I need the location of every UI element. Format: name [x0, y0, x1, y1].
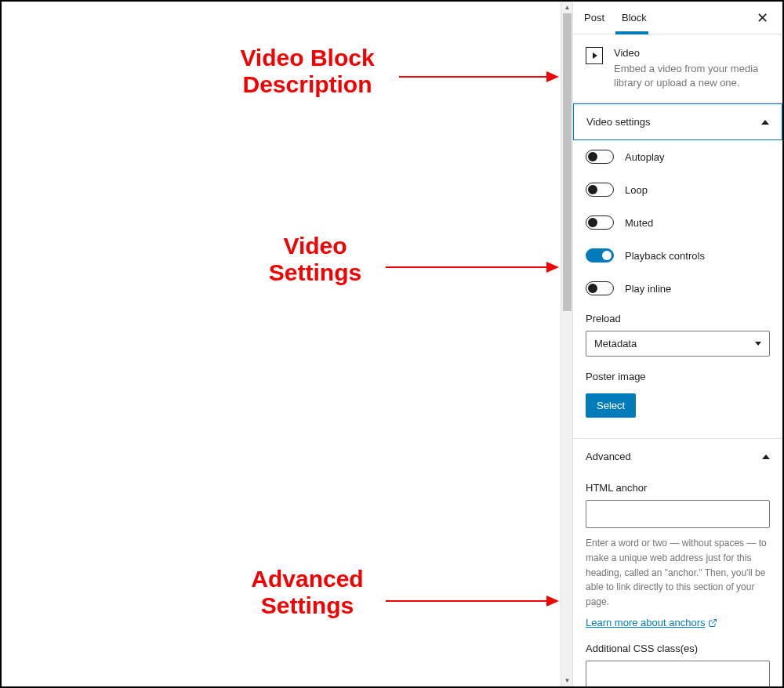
annotation-video-block-description: Video Block Description	[229, 45, 386, 98]
panel-title: Advanced	[586, 451, 631, 462]
additional-css-input[interactable]	[586, 661, 770, 686]
preload-select[interactable]: Metadata	[586, 331, 770, 357]
tab-block[interactable]: Block	[622, 2, 658, 34]
chevron-up-icon	[761, 120, 769, 125]
video-block-icon	[586, 47, 603, 64]
additional-css-label: Additional CSS class(es)	[586, 643, 770, 654]
chevron-down-icon	[755, 342, 761, 346]
block-description-text: Embed a video from your media library or…	[614, 62, 770, 90]
poster-image-label: Poster image	[586, 371, 770, 382]
scrollbar-track[interactable]: ▲ ▼	[561, 2, 572, 686]
settings-sidebar: Post Block ✕ Video Embed a video from yo…	[572, 2, 782, 686]
annotation-arrow	[386, 262, 559, 273]
preload-label: Preload	[586, 313, 770, 324]
anchor-help-text: Enter a word or two — without spaces — t…	[586, 536, 770, 609]
close-icon: ✕	[757, 10, 768, 26]
toggle-label: Autoplay	[625, 151, 665, 163]
annotation-video-settings: Video Settings	[260, 233, 370, 286]
toggle-label: Play inline	[625, 283, 671, 295]
panel-title: Video settings	[586, 116, 650, 128]
block-title: Video	[614, 47, 770, 59]
toggle-label: Loop	[625, 184, 648, 196]
learn-more-anchors-link[interactable]: Learn more about anchors	[586, 617, 717, 628]
chevron-up-icon	[762, 454, 770, 459]
toggle-loop[interactable]	[586, 183, 614, 197]
toggle-autoplay[interactable]	[586, 150, 614, 164]
block-description-card: Video Embed a video from your media libr…	[573, 34, 782, 103]
tab-post[interactable]: Post	[584, 2, 615, 34]
annotation-arrow	[386, 596, 559, 607]
external-link-icon	[708, 618, 717, 628]
scrollbar-up-icon[interactable]: ▲	[561, 2, 573, 13]
annotation-advanced-settings: Advanced Settings	[245, 566, 370, 619]
toggle-playback-controls[interactable]	[586, 248, 614, 263]
toggle-label: Playback controls	[625, 250, 705, 262]
scrollbar-thumb[interactable]	[563, 13, 572, 311]
toggle-play-inline[interactable]	[586, 281, 614, 295]
panel-advanced-body: HTML anchor Enter a word or two — withou…	[573, 474, 782, 686]
editor-canvas: Video Block Description Video Settings A…	[2, 2, 572, 686]
sidebar-tabs: Post Block ✕	[573, 2, 782, 34]
panel-advanced-header[interactable]: Advanced	[573, 438, 782, 474]
html-anchor-label: HTML anchor	[586, 482, 770, 494]
toggle-label: Muted	[625, 217, 653, 229]
panel-video-settings-body: Autoplay Loop Muted Playback controls Pl…	[573, 140, 782, 438]
html-anchor-input[interactable]	[586, 500, 770, 528]
scrollbar-down-icon[interactable]: ▼	[561, 675, 573, 686]
annotation-arrow	[399, 71, 559, 82]
svg-line-0	[712, 619, 717, 624]
tab-underline	[615, 31, 648, 34]
panel-video-settings-header[interactable]: Video settings	[573, 103, 782, 140]
select-poster-button[interactable]: Select	[586, 393, 636, 418]
toggle-muted[interactable]	[586, 215, 614, 230]
close-sidebar-button[interactable]: ✕	[753, 6, 771, 30]
select-value: Metadata	[594, 338, 637, 349]
